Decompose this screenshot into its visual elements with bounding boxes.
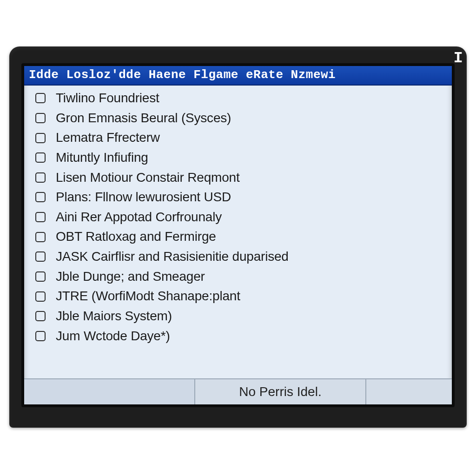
list-item-label: JASK Cairflisr and Rasisienitie duparise… — [56, 248, 289, 266]
list-item-label: Aini Rer Appotad Corfrounaly — [56, 208, 222, 226]
list-item-label: Plans: Fllnow lewurosient USD — [56, 188, 231, 206]
checkbox-icon[interactable] — [35, 212, 46, 222]
list-item[interactable]: Tiwlino Foundriest — [26, 88, 450, 108]
menu-bar-title: Idde Losloz'dde Haene Flgame eRate Nzmew… — [24, 66, 452, 86]
checkbox-icon[interactable] — [35, 291, 46, 302]
list-item[interactable]: Plans: Fllnow lewurosient USD — [26, 187, 450, 207]
checkbox-icon[interactable] — [35, 232, 46, 242]
list-item-label: Jble Dunge; and Smeager — [56, 268, 205, 286]
status-left-cell — [24, 379, 195, 404]
list-item-label: Jble Maiors System) — [56, 307, 172, 325]
checkbox-icon[interactable] — [35, 133, 46, 143]
checkbox-icon[interactable] — [35, 331, 46, 341]
list-item[interactable]: Jble Dunge; and Smeager — [26, 267, 450, 287]
list-item[interactable]: OBT Ratloxag and Fermirge — [26, 227, 450, 247]
list-item[interactable]: JASK Cairflisr and Rasisienitie duparise… — [26, 247, 450, 267]
checkbox-icon[interactable] — [35, 271, 46, 282]
checkbox-icon[interactable] — [35, 93, 46, 103]
list-item[interactable]: Aini Rer Appotad Corfrounaly — [26, 207, 450, 227]
list-item-label: Lisen Motiour Constair Reqmont — [56, 169, 240, 187]
list-item-label: Mituntly Infiufing — [56, 149, 148, 167]
list-item-label: OBT Ratloxag and Fermirge — [56, 228, 216, 246]
checkbox-list: Tiwlino FoundriestGron Emnasis Beural (S… — [24, 86, 452, 378]
list-item[interactable]: Mituntly Infiufing — [26, 148, 450, 168]
list-item-label: Jum Wctode Daye*) — [56, 327, 170, 345]
list-item[interactable]: Lisen Motiour Constair Reqmont — [26, 168, 450, 188]
device-frame: I Idde Losloz'dde Haene Flgame eRate Nzm… — [9, 46, 467, 428]
checkbox-icon[interactable] — [35, 251, 46, 262]
list-item[interactable]: Lematra Ffrecterw — [26, 128, 450, 148]
list-item[interactable]: Jum Wctode Daye*) — [26, 326, 450, 346]
status-message: No Perris Idel. — [195, 379, 366, 404]
list-item-label: JTRE (WorfiModt Shanape:plant — [56, 287, 240, 305]
checkbox-icon[interactable] — [35, 152, 46, 163]
checkbox-icon[interactable] — [35, 113, 46, 123]
checkbox-icon[interactable] — [35, 311, 46, 321]
status-bar: No Perris Idel. — [24, 378, 452, 404]
checkbox-icon[interactable] — [35, 192, 46, 202]
list-item[interactable]: JTRE (WorfiModt Shanape:plant — [26, 286, 450, 306]
screen: Idde Losloz'dde Haene Flgame eRate Nzmew… — [21, 63, 455, 407]
list-item[interactable]: Gron Emnasis Beural (Sysces) — [26, 108, 450, 128]
list-item-label: Gron Emnasis Beural (Sysces) — [56, 109, 231, 127]
list-item[interactable]: Jble Maiors System) — [26, 306, 450, 326]
list-item-label: Tiwlino Foundriest — [56, 89, 159, 107]
status-right-cell — [366, 379, 452, 404]
checkbox-icon[interactable] — [35, 172, 46, 183]
caret-icon: I — [454, 49, 463, 67]
list-item-label: Lematra Ffrecterw — [56, 129, 160, 147]
